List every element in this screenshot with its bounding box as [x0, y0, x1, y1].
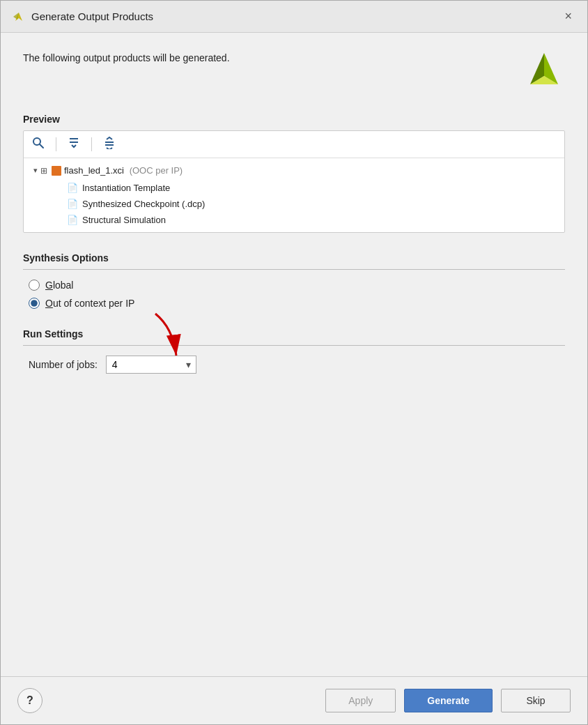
radio-global-label: Global — [45, 280, 73, 291]
run-settings-section: Run Settings Number of jobs: 1 2 3 4 5 6… — [23, 328, 565, 374]
tree-child-icon-1: 📄 — [67, 199, 78, 209]
svg-line-6 — [40, 144, 43, 148]
header-description: The following output products will be ge… — [23, 49, 230, 63]
tree-chevron-icon[interactable]: ▾ — [33, 166, 38, 175]
run-settings-label: Run Settings — [23, 328, 565, 339]
radio-ooc-input[interactable] — [29, 298, 40, 309]
apply-button[interactable]: Apply — [325, 689, 396, 712]
toolbar-divider-1 — [56, 137, 56, 151]
footer: ? Apply Generate Skip — [1, 676, 587, 724]
tree-root-item: ▾ ⊞ flash_led_1.xci (OOC per IP) — [33, 165, 555, 176]
expand-all-icon[interactable] — [102, 135, 117, 153]
jobs-select-wrapper: 1 2 3 4 5 6 7 8 — [106, 356, 196, 374]
run-settings-divider — [23, 345, 565, 346]
tree-child-item: 📄 Instantiation Template — [67, 183, 555, 193]
synthesis-label: Synthesis Options — [23, 252, 565, 264]
header-row: The following output products will be ge… — [23, 49, 565, 91]
skip-button[interactable]: Skip — [501, 689, 571, 712]
run-settings-row: Number of jobs: 1 2 3 4 5 6 7 8 — [23, 356, 565, 374]
tree-child-label-0: Instantiation Template — [82, 183, 170, 193]
tree-pin-icon: ⊞ — [40, 166, 47, 176]
synthesis-radio-group: Global Out of context per IP — [23, 280, 565, 309]
dialog-title: Generate Output Products — [31, 10, 153, 22]
tree-root-label: flash_led_1.xci — [64, 165, 124, 176]
tree-child-label-1: Synthesized Checkpoint (.dcp) — [82, 199, 205, 209]
preview-box: ▾ ⊞ flash_led_1.xci (OOC per IP) 📄 Insta… — [23, 130, 565, 233]
generate-button[interactable]: Generate — [404, 689, 493, 712]
synthesis-divider — [23, 269, 565, 270]
jobs-select[interactable]: 1 2 3 4 5 6 7 8 — [106, 356, 196, 374]
toolbar-divider-2 — [91, 137, 92, 151]
tree-child-icon-2: 📄 — [67, 215, 78, 225]
preview-toolbar — [24, 131, 564, 158]
collapse-all-icon[interactable] — [66, 136, 82, 153]
title-bar-left: Generate Output Products — [12, 10, 153, 24]
tree-file-icon — [52, 166, 61, 176]
radio-global-input[interactable] — [29, 280, 40, 291]
tree-child-item: 📄 Synthesized Checkpoint (.dcp) — [67, 199, 555, 209]
tree-child-label-2: Structural Simulation — [82, 215, 166, 225]
vivado-logo — [523, 49, 565, 91]
content-area: The following output products will be ge… — [1, 33, 587, 676]
radio-ooc-label: Out of context per IP — [45, 298, 134, 309]
preview-label: Preview — [23, 114, 565, 125]
tree-children: 📄 Instantiation Template 📄 Synthesized C… — [33, 183, 555, 225]
preview-tree: ▾ ⊞ flash_led_1.xci (OOC per IP) 📄 Insta… — [24, 158, 564, 232]
preview-section: Preview — [23, 114, 565, 233]
tree-root-meta: (OOC per IP) — [127, 165, 183, 176]
dialog: Generate Output Products × The following… — [0, 0, 588, 725]
synthesis-section: Synthesis Options Global Out of context … — [23, 252, 565, 309]
search-icon[interactable] — [31, 135, 46, 153]
tree-child-item: 📄 Structural Simulation — [67, 215, 555, 225]
app-icon — [12, 10, 26, 24]
close-button[interactable]: × — [560, 8, 576, 25]
tree-child-icon-0: 📄 — [67, 183, 78, 193]
title-bar: Generate Output Products × — [1, 1, 587, 33]
radio-global[interactable]: Global — [29, 280, 565, 291]
radio-ooc[interactable]: Out of context per IP — [29, 298, 565, 309]
jobs-label: Number of jobs: — [29, 359, 98, 370]
help-button[interactable]: ? — [17, 688, 42, 713]
